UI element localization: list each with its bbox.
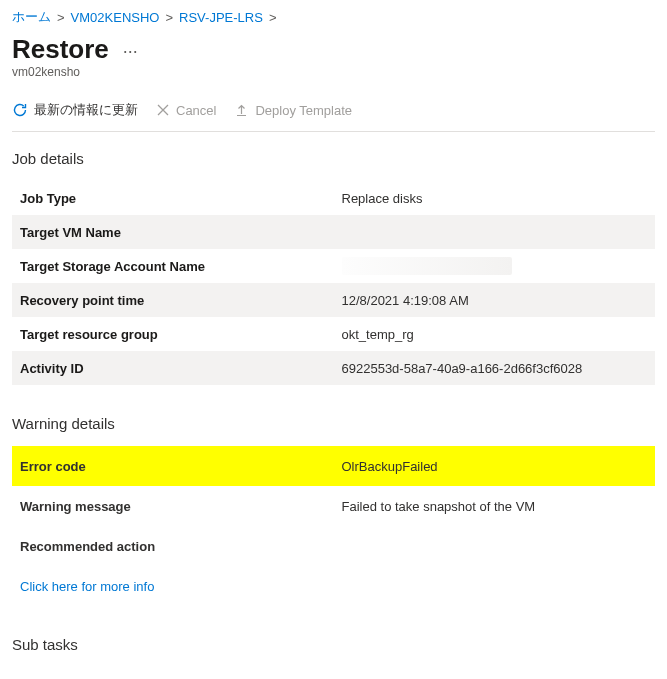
table-row: Target Storage Account Name xyxy=(12,249,655,283)
job-details-table: Job Type Replace disks Target VM Name Ta… xyxy=(12,181,655,385)
row-key: Job Type xyxy=(12,181,334,215)
close-icon xyxy=(156,103,170,117)
row-key: Target resource group xyxy=(12,317,334,351)
breadcrumb-item-1[interactable]: VM02KENSHO xyxy=(71,10,160,25)
warning-details-table: Error code OlrBackupFailed Warning messa… xyxy=(12,446,655,606)
deploy-template-button: Deploy Template xyxy=(234,103,352,118)
table-row: Target resource group okt_temp_rg xyxy=(12,317,655,351)
sub-tasks-heading: Sub tasks xyxy=(12,636,655,653)
warning-details-heading: Warning details xyxy=(12,415,655,432)
row-value xyxy=(334,249,656,283)
page-title: Restore xyxy=(12,34,109,65)
row-key: Recovery point time xyxy=(12,283,334,317)
row-key: Recommended action xyxy=(12,526,334,566)
table-row: Warning message Failed to take snapshot … xyxy=(12,486,655,526)
table-row: Target VM Name xyxy=(12,215,655,249)
more-actions-button[interactable]: ··· xyxy=(119,41,142,62)
table-row: Recommended action xyxy=(12,526,655,566)
row-value: 6922553d-58a7-40a9-a166-2d66f3cf6028 xyxy=(334,351,656,385)
row-value: Failed to take snapshot of the VM xyxy=(334,486,656,526)
row-value: Replace disks xyxy=(334,181,656,215)
refresh-label: 最新の情報に更新 xyxy=(34,101,138,119)
more-info-link[interactable]: Click here for more info xyxy=(20,579,154,594)
row-value: OlrBackupFailed xyxy=(334,446,656,486)
page-subtitle: vm02kensho xyxy=(12,65,655,79)
row-key: Activity ID xyxy=(12,351,334,385)
job-details-heading: Job details xyxy=(12,150,655,167)
refresh-icon xyxy=(12,102,28,118)
table-row: Activity ID 6922553d-58a7-40a9-a166-2d66… xyxy=(12,351,655,385)
row-value: okt_temp_rg xyxy=(334,317,656,351)
table-row: Recovery point time 12/8/2021 4:19:08 AM xyxy=(12,283,655,317)
refresh-button[interactable]: 最新の情報に更新 xyxy=(12,101,138,119)
cancel-button: Cancel xyxy=(156,103,216,118)
row-value xyxy=(334,215,656,249)
breadcrumb-item-2[interactable]: RSV-JPE-LRS xyxy=(179,10,263,25)
cancel-label: Cancel xyxy=(176,103,216,118)
table-row: Job Type Replace disks xyxy=(12,181,655,215)
chevron-right-icon: > xyxy=(57,10,65,25)
row-key: Target VM Name xyxy=(12,215,334,249)
table-row: Error code OlrBackupFailed xyxy=(12,446,655,486)
chevron-right-icon: > xyxy=(269,10,277,25)
deploy-label: Deploy Template xyxy=(255,103,352,118)
row-key: Error code xyxy=(12,446,334,486)
chevron-right-icon: > xyxy=(165,10,173,25)
row-key: Warning message xyxy=(12,486,334,526)
toolbar: 最新の情報に更新 Cancel Deploy Template xyxy=(12,95,655,132)
table-row: Click here for more info xyxy=(12,566,655,606)
redacted-value xyxy=(342,257,512,275)
breadcrumb: ホーム > VM02KENSHO > RSV-JPE-LRS > xyxy=(12,8,655,26)
row-value: 12/8/2021 4:19:08 AM xyxy=(334,283,656,317)
row-key: Target Storage Account Name xyxy=(12,249,334,283)
upload-icon xyxy=(234,103,249,118)
row-value xyxy=(334,526,656,566)
breadcrumb-home[interactable]: ホーム xyxy=(12,8,51,26)
